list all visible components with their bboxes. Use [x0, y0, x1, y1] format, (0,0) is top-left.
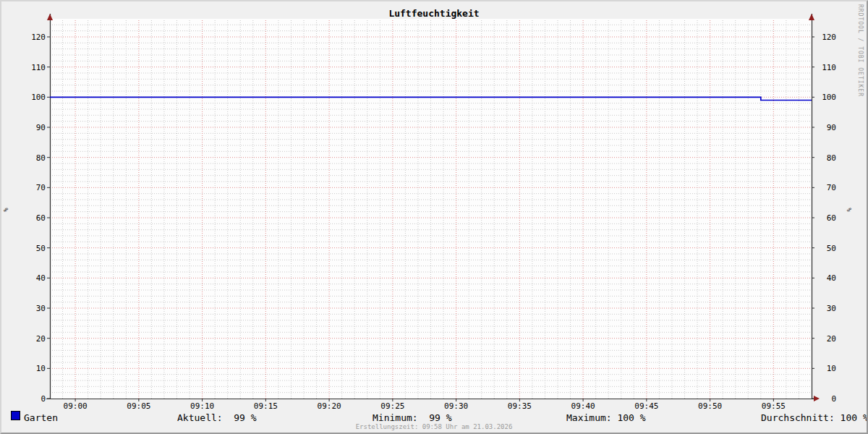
svg-text:09:20: 09:20 — [318, 401, 341, 411]
stat-minimum: Minimum: 99 % — [373, 412, 452, 423]
svg-text:80: 80 — [827, 153, 836, 163]
svg-text:10: 10 — [36, 364, 46, 373]
stat-maximum-value: 100 % — [612, 412, 646, 423]
svg-text:110: 110 — [822, 63, 836, 72]
creation-timestamp: Erstellungszeit: 09:58 Uhr am 21.03.2026 — [1, 423, 867, 430]
svg-text:09:30: 09:30 — [444, 401, 468, 411]
svg-text:100: 100 — [31, 93, 46, 102]
stat-minimum-label: Minimum: — [373, 412, 418, 423]
series-label: Garten — [24, 412, 58, 423]
stat-aktuell: Aktuell: 99 % — [177, 412, 257, 423]
stat-maximum: Maximum: 100 % — [566, 412, 646, 423]
rrdtool-graph: Luftfeuchtigkeit RRDTOOL / TOBI OETIKER … — [0, 0, 868, 434]
svg-text:0: 0 — [831, 394, 836, 404]
svg-text:60: 60 — [827, 213, 836, 223]
svg-text:10: 10 — [827, 364, 836, 373]
stat-durchschnitt-label: Durchschnitt: — [761, 412, 835, 423]
svg-text:70: 70 — [36, 183, 46, 192]
stat-aktuell-value: 99 % — [223, 412, 257, 423]
svg-text:09:10: 09:10 — [190, 401, 214, 411]
svg-text:09:05: 09:05 — [127, 401, 150, 411]
svg-text:09:15: 09:15 — [254, 401, 278, 411]
svg-text:50: 50 — [36, 244, 46, 253]
stat-minimum-value: 99 % — [418, 412, 452, 423]
svg-text:09:40: 09:40 — [571, 401, 595, 411]
svg-text:09:35: 09:35 — [508, 401, 532, 411]
series-color-swatch — [11, 411, 20, 420]
svg-text:110: 110 — [31, 63, 46, 72]
svg-text:30: 30 — [827, 304, 836, 313]
svg-text:80: 80 — [36, 153, 46, 163]
stat-durchschnitt: Durchschnitt: 100 % — [761, 412, 868, 423]
stat-maximum-label: Maximum: — [566, 412, 612, 423]
svg-text:90: 90 — [827, 123, 836, 132]
svg-text:20: 20 — [827, 334, 836, 344]
svg-text:120: 120 — [822, 33, 836, 42]
svg-text:90: 90 — [36, 123, 46, 132]
svg-text:20: 20 — [36, 334, 46, 344]
svg-text:30: 30 — [36, 304, 46, 313]
svg-text:120: 120 — [31, 33, 46, 42]
chart-plot-area: 0010102020303040405050606070708080909010… — [1, 1, 868, 434]
svg-text:09:45: 09:45 — [634, 401, 658, 411]
svg-text:100: 100 — [822, 93, 836, 102]
svg-text:09:25: 09:25 — [380, 401, 404, 411]
svg-text:09:55: 09:55 — [762, 401, 786, 411]
svg-text:40: 40 — [827, 273, 836, 283]
svg-text:60: 60 — [36, 213, 46, 223]
svg-text:40: 40 — [36, 273, 46, 283]
svg-text:70: 70 — [827, 183, 836, 192]
svg-text:50: 50 — [827, 244, 836, 253]
svg-text:0: 0 — [41, 394, 46, 404]
svg-text:09:00: 09:00 — [64, 401, 88, 411]
svg-text:09:50: 09:50 — [698, 401, 722, 411]
stat-aktuell-label: Aktuell: — [177, 412, 223, 423]
stat-durchschnitt-value: 100 % — [835, 412, 868, 423]
